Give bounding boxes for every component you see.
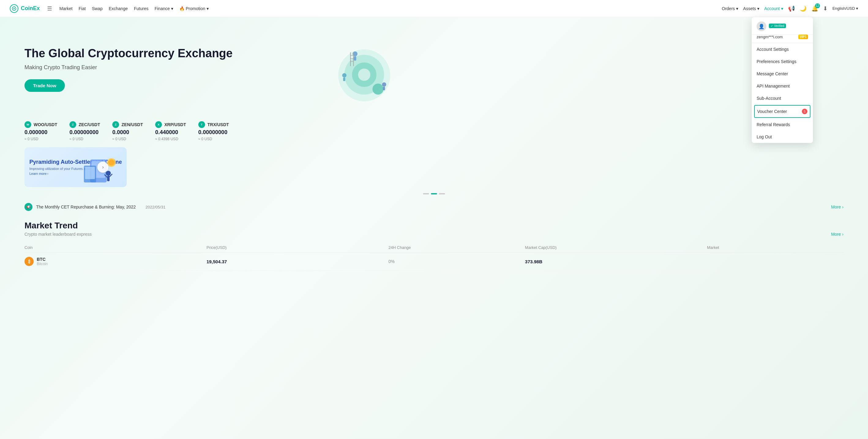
trade-now-button[interactable]: Trade Now	[25, 79, 65, 92]
nav-fiat[interactable]: Fiat	[79, 6, 86, 11]
news-more-link[interactable]: More ›	[831, 205, 843, 210]
coinex-logo-icon	[10, 4, 18, 13]
hero-section: The Global Cryptocurrency Exchange Makin…	[0, 17, 429, 115]
market-trend-title: Market Trend	[25, 221, 92, 230]
ticker-woo[interactable]: W WOO/USDT 0.000000 ≈ 0 USD	[25, 121, 57, 141]
vip-badge: VIP1	[798, 35, 808, 39]
carousel-next-button[interactable]: ›	[97, 162, 108, 173]
logo-text: CoinEx	[21, 5, 40, 12]
account-dropdown: 👤 ✓ Verified zengm***i.com VIP1 Account …	[752, 17, 813, 143]
account-btn[interactable]: Account ▾	[764, 6, 783, 11]
main-content: The Global Cryptocurrency Exchange Makin…	[0, 17, 868, 439]
market-table: Coin Price(USD) 24H Change Market Cap(US…	[25, 243, 843, 271]
user-email: zengm***i.com	[756, 35, 783, 39]
svg-rect-22	[85, 167, 95, 179]
woo-icon: W	[25, 121, 31, 128]
hero-illustration	[324, 35, 404, 103]
account-chevron-icon: ▾	[781, 6, 783, 11]
header-right: Orders ▾ Assets ▾ Account ▾ 📢 🌙 🔔 12 ⬇ E…	[722, 5, 858, 12]
ticker-xrp[interactable]: X XRP/USDT 0.440000 ≈ 0.4398 USD	[155, 121, 186, 141]
dropdown-preferences-settings[interactable]: Preferences Settings	[752, 55, 813, 68]
lang-chevron-icon: ▾	[856, 6, 858, 11]
table-row[interactable]: ₿ BTC Bitcoin 19,504.37 0% 373.98B	[25, 253, 843, 271]
finance-chevron-icon: ▾	[171, 6, 173, 11]
verified-badge: ✓ Verified	[769, 24, 786, 28]
coin-info: ₿ BTC Bitcoin	[25, 257, 207, 266]
section-title-group: Market Trend Crypto market leaderboard e…	[25, 221, 92, 237]
nav-promotion[interactable]: 🔥 Promotion ▾	[179, 6, 209, 11]
svg-point-25	[106, 171, 111, 176]
news-left: 📢 The Monthly CET Repurchase & Burning: …	[25, 203, 165, 211]
logo[interactable]: CoinEx	[10, 4, 40, 13]
nav-exchange[interactable]: Exchange	[108, 6, 128, 11]
dropdown-user-row: 👤 ✓ Verified	[752, 17, 813, 35]
news-speaker-icon: 📢	[25, 203, 32, 211]
svg-point-1	[13, 8, 15, 9]
dropdown-message-center[interactable]: Message Center	[752, 68, 813, 80]
checkmark-icon: ✓	[771, 24, 773, 28]
zen-icon: Z	[112, 121, 119, 128]
voucher-count-badge: 5	[802, 109, 807, 114]
fire-icon: 🔥	[179, 6, 185, 11]
market-section: Market Trend Crypto market leaderboard e…	[0, 215, 868, 277]
orders-btn[interactable]: Orders ▾	[722, 6, 738, 11]
svg-rect-16	[383, 87, 385, 90]
trx-icon: T	[198, 121, 205, 128]
assets-chevron-icon: ▾	[757, 6, 760, 11]
speaker-icon[interactable]: 📢	[788, 5, 795, 12]
ticker-zen[interactable]: Z ZEN/USDT 0.0000 ≈ 0 USD	[112, 121, 143, 141]
main-nav: Market Fiat Swap Exchange Futures Financ…	[59, 6, 209, 11]
dropdown-voucher-center[interactable]: Voucher Center 5	[754, 105, 810, 118]
banner-area: ‹ Pyramiding Auto-Settlement Online Impr…	[0, 147, 868, 193]
btc-icon: ₿	[25, 257, 34, 266]
nav-futures[interactable]: Futures	[134, 6, 148, 11]
dropdown-referral-rewards[interactable]: Referral Rewards	[752, 119, 813, 131]
ticker-trx[interactable]: T TRX/USDT 0.00000000 ≈ 0 USD	[198, 121, 229, 141]
hamburger-icon[interactable]: ☰	[47, 5, 52, 12]
user-info: ✓ Verified	[769, 24, 808, 29]
dropdown-account-settings[interactable]: Account Settings	[752, 43, 813, 55]
market-table-header: Coin Price(USD) 24H Change Market Cap(US…	[25, 243, 843, 253]
download-icon[interactable]: ⬇	[823, 5, 828, 12]
svg-point-15	[382, 82, 386, 87]
svg-point-7	[372, 84, 383, 95]
notification-count: 12	[815, 3, 820, 8]
notification-bell[interactable]: 🔔 12	[811, 5, 818, 12]
section-header: Market Trend Crypto market leaderboard e…	[25, 221, 843, 237]
carousel-dot-2[interactable]	[431, 193, 437, 194]
carousel-dots	[0, 193, 868, 194]
header: CoinEx ☰ Market Fiat Swap Exchange Futur…	[0, 0, 868, 17]
svg-point-17	[342, 73, 346, 77]
xrp-icon: X	[155, 121, 162, 128]
nav-finance[interactable]: Finance ▾	[155, 6, 173, 11]
news-more-chevron-icon: ›	[842, 205, 843, 210]
news-bar: 📢 The Monthly CET Repurchase & Burning: …	[0, 199, 868, 215]
market-more-link[interactable]: More ›	[831, 232, 843, 237]
ticker-zec[interactable]: Z ZEC/USDT 0.00000000 ≈ 0 USD	[69, 121, 100, 141]
promo-banner[interactable]: Pyramiding Auto-Settlement Online Improv…	[25, 147, 127, 187]
hero-subtitle: Making Crypto Trading Easier	[25, 64, 232, 71]
nav-swap[interactable]: Swap	[92, 6, 102, 11]
svg-point-24	[108, 159, 115, 166]
dropdown-email-row: zengm***i.com VIP1	[752, 35, 813, 43]
dropdown-api-management[interactable]: API Management	[752, 80, 813, 92]
carousel-dot-3[interactable]	[439, 193, 445, 194]
svg-point-6	[358, 69, 370, 81]
news-date: 2022/05/31	[146, 205, 165, 210]
nav-market[interactable]: Market	[59, 6, 72, 11]
dropdown-sub-account[interactable]: Sub-Account	[752, 92, 813, 104]
assets-btn[interactable]: Assets ▾	[743, 6, 760, 11]
carousel-dot-1[interactable]	[423, 193, 429, 194]
svg-rect-9	[354, 56, 356, 61]
orders-chevron-icon: ▾	[736, 6, 738, 11]
moon-icon[interactable]: 🌙	[800, 5, 806, 12]
language-selector[interactable]: English/USD ▾	[833, 6, 858, 11]
market-trend-subtitle: Crypto market leaderboard express	[25, 232, 92, 237]
market-more-chevron-icon: ›	[842, 232, 843, 237]
banner-arrow-icon: ›	[47, 172, 49, 176]
dropdown-logout[interactable]: Log Out	[752, 131, 813, 143]
header-left: CoinEx ☰ Market Fiat Swap Exchange Futur…	[10, 4, 209, 13]
hero-text: The Global Cryptocurrency Exchange Makin…	[25, 46, 232, 92]
zec-icon: Z	[69, 121, 76, 128]
ticker-bar: W WOO/USDT 0.000000 ≈ 0 USD Z ZEC/USDT 0…	[0, 115, 868, 147]
